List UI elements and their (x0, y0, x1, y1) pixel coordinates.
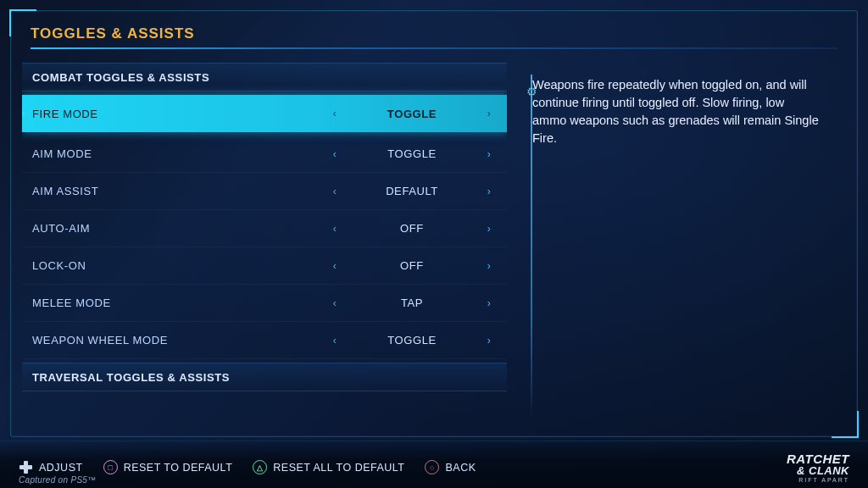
arrow-left-icon[interactable]: ‹ (327, 186, 342, 197)
arrow-right-icon[interactable]: › (481, 260, 497, 272)
arrow-right-icon[interactable]: › (481, 108, 497, 119)
row-aim-assist[interactable]: AIM ASSIST ‹ DEFAULT › (22, 173, 507, 210)
value-selector[interactable]: ‹ DEFAULT › (327, 185, 497, 197)
description-panel: Weapons fire repeatedly when toggled on,… (507, 63, 846, 429)
row-aim-mode[interactable]: AIM MODE ‹ TOGGLE › (22, 136, 507, 173)
value-selector[interactable]: ‹ TOGGLE › (327, 147, 497, 160)
row-fire-mode[interactable]: FIRE MODE ‹ TOGGLE › (22, 95, 507, 132)
hint-reset: □ RESET TO DEFAULT (103, 460, 233, 474)
hint-label: RESET ALL TO DEFAULT (273, 462, 404, 474)
row-melee-mode[interactable]: MELEE MODE ‹ TAP › (22, 285, 507, 322)
row-value: TOGGLE (342, 147, 481, 160)
dpad-icon (19, 460, 33, 474)
arrow-left-icon[interactable]: ‹ (327, 260, 342, 272)
row-label: LOCK-ON (32, 259, 327, 272)
arrow-right-icon[interactable]: › (481, 186, 497, 197)
section-combat: COMBAT TOGGLES & ASSISTS (22, 63, 507, 92)
arrow-left-icon[interactable]: ‹ (327, 223, 342, 235)
value-selector[interactable]: ‹ TAP › (327, 297, 497, 309)
value-selector[interactable]: ‹ OFF › (327, 259, 497, 272)
title-bar: TOGGLES & ASSISTS (22, 19, 846, 58)
logo-line2: & CLANK (787, 465, 849, 476)
setting-description: Weapons fire repeatedly when toggled on,… (532, 76, 837, 147)
square-icon: □ (103, 460, 118, 474)
row-value: DEFAULT (342, 185, 481, 197)
row-lock-on[interactable]: LOCK-ON ‹ OFF › (22, 247, 507, 285)
page-title: TOGGLES & ASSISTS (31, 25, 837, 42)
row-value: TOGGLE (342, 334, 481, 347)
row-label: AUTO-AIM (32, 222, 327, 235)
row-value: OFF (342, 222, 481, 235)
capture-note: Captured on PS5™ (19, 475, 97, 485)
hint-back: ○ BACK (425, 460, 476, 474)
hint-adjust: ADJUST (19, 460, 83, 474)
arrow-right-icon[interactable]: › (481, 297, 497, 309)
value-selector[interactable]: ‹ OFF › (327, 222, 497, 235)
hint-label: RESET TO DEFAULT (124, 462, 233, 474)
row-label: AIM ASSIST (32, 185, 327, 197)
row-auto-aim[interactable]: AUTO-AIM ‹ OFF › (22, 210, 507, 247)
triangle-icon: △ (253, 460, 267, 474)
logo-line1: RATCHET (787, 452, 849, 465)
settings-list[interactable]: COMBAT TOGGLES & ASSISTS FIRE MODE ‹ TOG… (22, 63, 507, 429)
row-label: WEAPON WHEEL MODE (32, 334, 327, 347)
circle-icon: ○ (425, 460, 439, 474)
row-label: FIRE MODE (32, 108, 327, 120)
arrow-left-icon[interactable]: ‹ (327, 148, 342, 160)
value-selector[interactable]: ‹ TOGGLE › (327, 334, 497, 347)
hint-label: ADJUST (39, 462, 83, 474)
value-selector[interactable]: ‹ TOGGLE › (327, 108, 497, 120)
row-label: AIM MODE (32, 147, 327, 160)
hint-label: BACK (445, 462, 476, 474)
arrow-left-icon[interactable]: ‹ (327, 108, 342, 119)
title-underline (31, 47, 837, 49)
game-logo: RATCHET & CLANK RIFT APART (787, 452, 849, 483)
row-weapon-wheel-mode[interactable]: WEAPON WHEEL MODE ‹ TOGGLE › (22, 322, 507, 359)
row-value: TAP (342, 297, 481, 309)
logo-line3: RIFT APART (787, 477, 849, 483)
footer-hints: ADJUST □ RESET TO DEFAULT △ RESET ALL TO… (0, 441, 868, 488)
arrow-right-icon[interactable]: › (481, 223, 497, 235)
section-traversal: TRAVERSAL TOGGLES & ASSISTS (22, 363, 507, 391)
arrow-right-icon[interactable]: › (481, 335, 497, 347)
row-label: MELEE MODE (32, 297, 327, 309)
row-value: OFF (342, 259, 481, 272)
hint-reset-all: △ RESET ALL TO DEFAULT (253, 460, 404, 474)
arrow-left-icon[interactable]: ‹ (327, 297, 342, 309)
arrow-left-icon[interactable]: ‹ (327, 335, 342, 347)
row-value: TOGGLE (342, 108, 481, 120)
main-area: COMBAT TOGGLES & ASSISTS FIRE MODE ‹ TOG… (22, 63, 846, 429)
arrow-right-icon[interactable]: › (481, 148, 497, 160)
